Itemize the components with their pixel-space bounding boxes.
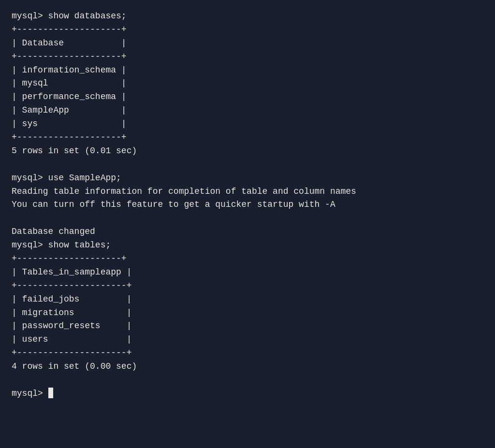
terminal-line-l23: | users | (12, 333, 483, 347)
terminal-line-l16: mysql> show tables; (12, 239, 483, 252)
terminal-line-l9: | sys | (12, 117, 483, 131)
terminal-line-l11: 5 rows in set (0.01 sec) (12, 145, 483, 158)
terminal-line-l19: +---------------------+ (12, 279, 483, 293)
terminal-line-l6: | mysql | (12, 77, 483, 90)
terminal-cursor (48, 388, 53, 398)
terminal-line-l13: Reading table information for completion… (12, 185, 483, 199)
terminal-window: mysql> show databases;+-----------------… (12, 10, 483, 401)
terminal-line-l18: | Tables_in_sampleapp | (12, 266, 483, 279)
terminal-line-l17: +--------------------+ (12, 252, 483, 266)
terminal-line-l8: | SampleApp | (12, 104, 483, 117)
terminal-line-l3: | Database | (12, 37, 483, 50)
terminal-line-l15: Database changed (12, 225, 483, 239)
terminal-line-l4: +--------------------+ (12, 50, 483, 64)
terminal-line-l10: +--------------------+ (12, 131, 483, 145)
terminal-line-l21: | migrations | (12, 306, 483, 320)
terminal-line-blank3 (12, 374, 483, 387)
terminal-line-l2: +--------------------+ (12, 23, 483, 37)
terminal-line-l20: | failed_jobs | (12, 293, 483, 306)
terminal-line-l26: mysql> (12, 387, 483, 401)
terminal-line-l12: mysql> use SampleApp; (12, 172, 483, 185)
terminal-line-l25: 4 rows in set (0.00 sec) (12, 360, 483, 374)
terminal-output: mysql> show databases;+-----------------… (12, 10, 483, 401)
terminal-line-l24: +---------------------+ (12, 347, 483, 360)
terminal-line-l22: | password_resets | (12, 319, 483, 333)
terminal-line-l5: | information_schema | (12, 64, 483, 77)
terminal-line-l14: You can turn off this feature to get a q… (12, 198, 483, 212)
terminal-line-l1: mysql> show databases; (12, 10, 483, 23)
terminal-line-blank1 (12, 158, 483, 172)
terminal-line-l7: | performance_schema | (12, 90, 483, 104)
terminal-line-blank2 (12, 212, 483, 225)
